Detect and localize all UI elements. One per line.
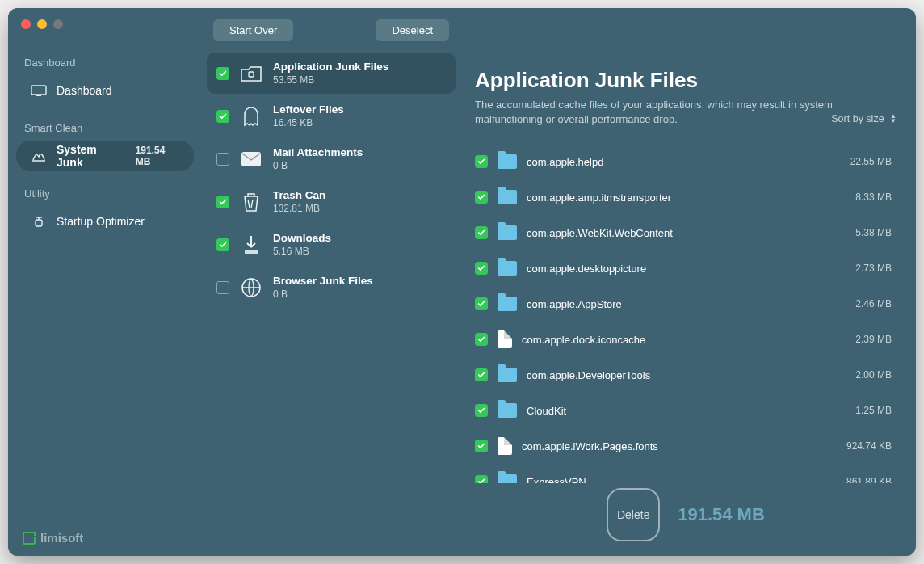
file-row[interactable]: com.apple.iWork.Pages.fonts924.74 KB (475, 428, 892, 464)
file-name: com.apple.AppStore (527, 298, 819, 310)
file-row[interactable]: CloudKit1.25 MB (475, 393, 892, 428)
checkbox[interactable] (475, 155, 488, 168)
category-title: Browser Junk Files (273, 275, 373, 287)
checkbox[interactable] (216, 153, 229, 166)
sort-toggle[interactable]: Sort by size ▲▼ (831, 113, 897, 124)
folder-icon (498, 225, 517, 240)
svg-rect-1 (36, 95, 41, 96)
folder-icon (498, 403, 517, 418)
brand-label: limisoft (40, 531, 83, 545)
category-row[interactable]: Downloads5.16 MB (207, 224, 456, 265)
category-row[interactable]: Trash Can132.81 MB (207, 181, 456, 222)
checkbox[interactable] (475, 475, 488, 483)
file-name: com.apple.WebKit.WebContent (527, 227, 819, 239)
checkbox[interactable] (216, 238, 229, 251)
file-row[interactable]: com.apple.amp.itmstransporter8.33 MB (475, 179, 892, 215)
minimize-icon[interactable] (37, 19, 47, 29)
file-row[interactable]: com.apple.desktoppicture2.73 MB (475, 250, 892, 286)
sidebar-item-system-junk[interactable]: System Junk191.54 MB (16, 141, 194, 171)
category-row[interactable]: Browser Junk Files0 B (207, 267, 456, 308)
category-size: 0 B (273, 288, 373, 300)
file-size: 2.00 MB (829, 369, 892, 381)
folder-icon (498, 190, 517, 204)
checkbox[interactable] (475, 333, 488, 346)
file-name: com.apple.dock.iconcache (522, 334, 819, 346)
svg-rect-4 (242, 152, 261, 166)
category-row[interactable]: Mail Attachments0 B (207, 138, 456, 179)
svg-rect-2 (36, 220, 42, 226)
total-size: 191.54 MB (678, 504, 765, 525)
zoom-icon[interactable] (53, 19, 63, 29)
trash-icon (239, 192, 263, 213)
file-name: ExpressVPN (527, 476, 819, 483)
svg-rect-5 (245, 250, 258, 254)
close-icon[interactable] (21, 19, 31, 29)
checkbox[interactable] (475, 297, 488, 310)
file-name: CloudKit (527, 405, 819, 417)
file-name: com.apple.amp.itmstransporter (527, 192, 819, 204)
file-list[interactable]: com.apple.helpd22.55 MBcom.apple.amp.itm… (475, 144, 897, 483)
checkbox[interactable] (475, 368, 488, 381)
file-name: com.apple.DeveloperTools (527, 369, 819, 381)
folder-icon (498, 297, 517, 311)
checkbox[interactable] (475, 404, 488, 417)
sort-arrows-icon: ▲▼ (890, 114, 897, 124)
category-size: 5.16 MB (273, 246, 331, 257)
checkbox[interactable] (216, 67, 229, 80)
delete-button[interactable]: Delete (607, 488, 660, 541)
file-size: 2.39 MB (829, 334, 892, 345)
checkbox[interactable] (475, 191, 488, 204)
sidebar-item-startup-optimizer[interactable]: Startup Optimizer (16, 206, 194, 237)
category-size: 132.81 MB (273, 203, 326, 214)
file-name: com.apple.desktoppicture (527, 263, 819, 275)
file-size: 2.46 MB (829, 298, 892, 309)
file-row[interactable]: com.apple.WebKit.WebContent5.38 MB (475, 215, 892, 250)
window-controls (21, 19, 63, 29)
file-size: 5.38 MB (829, 227, 892, 238)
sidebar: DashboardDashboardSmart CleanSystem Junk… (8, 8, 202, 556)
ghost-icon (239, 106, 263, 127)
details-title: Application Junk Files (475, 68, 897, 93)
file-row[interactable]: com.apple.DeveloperTools2.00 MB (475, 357, 892, 393)
file-icon (498, 437, 512, 455)
file-row[interactable]: com.apple.dock.iconcache2.39 MB (475, 322, 892, 357)
svg-rect-0 (32, 86, 46, 95)
checkbox[interactable] (216, 281, 229, 294)
file-name: com.apple.iWork.Pages.fonts (522, 440, 819, 452)
sidebar-item-dashboard[interactable]: Dashboard (16, 75, 194, 106)
nav-icon (31, 149, 47, 162)
checkbox[interactable] (475, 262, 488, 275)
sidebar-item-label: Dashboard (57, 84, 112, 97)
checkbox[interactable] (216, 196, 229, 208)
checkbox[interactable] (216, 110, 229, 123)
sidebar-section-title: Smart Clean (8, 116, 202, 139)
download-icon (239, 234, 263, 255)
file-row[interactable]: com.apple.AppStore2.46 MB (475, 286, 892, 322)
file-row[interactable]: com.apple.helpd22.55 MB (475, 144, 892, 179)
sidebar-item-label: System Junk (57, 143, 126, 169)
folder-lock-icon (239, 63, 263, 84)
details-panel: Application Junk Files The accumulated c… (460, 8, 916, 556)
sidebar-section-title: Dashboard (8, 50, 202, 74)
checkbox[interactable] (475, 226, 488, 239)
folder-icon (498, 261, 517, 276)
globe-icon (239, 277, 263, 298)
folder-icon (498, 474, 517, 483)
category-size: 16.45 KB (273, 117, 344, 128)
category-title: Trash Can (273, 189, 326, 201)
checkbox[interactable] (475, 440, 488, 452)
deselect-button[interactable]: Deselect (376, 19, 449, 41)
file-size: 2.73 MB (829, 263, 892, 274)
start-over-button[interactable]: Start Over (213, 19, 293, 41)
mail-icon (239, 149, 263, 170)
svg-rect-3 (249, 72, 254, 77)
category-title: Leftover Files (273, 103, 344, 116)
brand: limisoft (8, 520, 202, 556)
file-size: 22.55 MB (829, 156, 892, 167)
category-row[interactable]: Leftover Files16.45 KB (207, 95, 456, 137)
file-row[interactable]: ExpressVPN861.89 KB (475, 464, 892, 483)
nav-icon (31, 84, 47, 97)
category-title: Downloads (273, 232, 331, 244)
category-row[interactable]: Application Junk Files53.55 MB (207, 53, 456, 94)
app-window: DashboardDashboardSmart CleanSystem Junk… (8, 8, 916, 556)
